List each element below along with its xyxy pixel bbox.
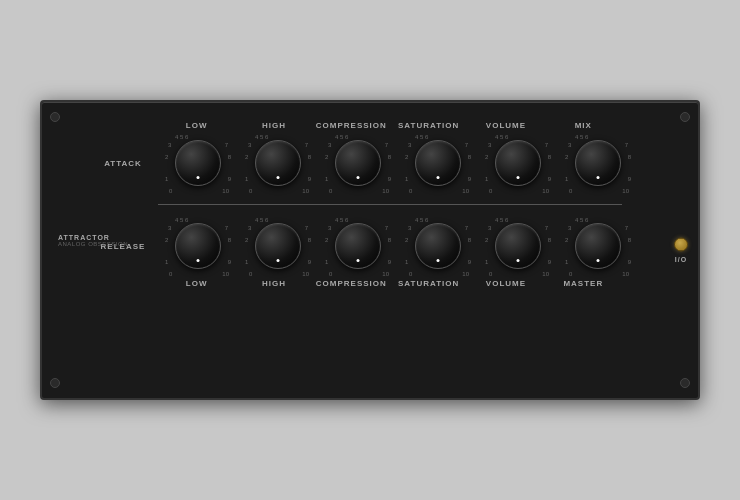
scale-num: 7 bbox=[225, 142, 228, 148]
knob-indicator bbox=[197, 259, 200, 262]
attack-compression-knob[interactable] bbox=[335, 140, 381, 186]
release-section: RELEASE 4 5 6 3 7 2 8 1 9 0 10 bbox=[88, 215, 652, 277]
scale-num: 3 bbox=[568, 142, 571, 148]
scale-num: 2 bbox=[325, 154, 328, 160]
attack-high-knob[interactable] bbox=[255, 140, 301, 186]
attack-low-scale: 4 5 6 3 7 2 8 1 9 0 10 bbox=[167, 132, 229, 194]
attack-mix-knob[interactable] bbox=[575, 140, 621, 186]
bottom-label-compression: COMPRESSION bbox=[313, 279, 390, 288]
scale-num: 7 bbox=[545, 142, 548, 148]
scale-num: 9 bbox=[308, 259, 311, 265]
scale-num: 0 bbox=[569, 188, 572, 194]
scale-num: 4 5 6 bbox=[335, 134, 348, 140]
bottom-label-low: LOW bbox=[158, 279, 235, 288]
scale-num: 1 bbox=[245, 176, 248, 182]
knob-indicator bbox=[597, 176, 600, 179]
scale-num: 1 bbox=[565, 259, 568, 265]
release-master-knob[interactable] bbox=[575, 223, 621, 269]
screw-tl bbox=[50, 112, 60, 122]
knob-indicator bbox=[357, 259, 360, 262]
scale-num: 2 bbox=[165, 237, 168, 243]
io-label: I/O bbox=[675, 256, 687, 263]
scale-num: 8 bbox=[548, 154, 551, 160]
scale-num: 3 bbox=[168, 225, 171, 231]
scale-num: 10 bbox=[542, 271, 549, 277]
scale-num: 9 bbox=[628, 259, 631, 265]
scale-num: 10 bbox=[302, 271, 309, 277]
knob-indicator bbox=[437, 259, 440, 262]
brand-name: ATTRACTOR bbox=[58, 234, 128, 241]
scale-num: 2 bbox=[245, 154, 248, 160]
release-low-knob[interactable] bbox=[175, 223, 221, 269]
scale-num: 3 bbox=[488, 142, 491, 148]
scale-num: 2 bbox=[565, 154, 568, 160]
scale-num: 1 bbox=[485, 176, 488, 182]
scale-num: 1 bbox=[485, 259, 488, 265]
scale-num: 3 bbox=[248, 225, 251, 231]
attack-knobs: 4 5 6 3 7 2 8 1 9 0 10 bbox=[158, 132, 668, 194]
release-low-group: 4 5 6 3 7 2 8 1 9 0 10 bbox=[158, 215, 238, 277]
scale-num: 1 bbox=[325, 176, 328, 182]
top-label-low: LOW bbox=[158, 121, 235, 130]
release-high-group: 4 5 6 3 7 2 8 1 9 0 10 bbox=[238, 215, 318, 277]
knob-indicator bbox=[277, 259, 280, 262]
scale-num: 7 bbox=[305, 225, 308, 231]
scale-num: 4 5 6 bbox=[575, 217, 588, 223]
scale-num: 7 bbox=[385, 142, 388, 148]
release-saturation-knob[interactable] bbox=[415, 223, 461, 269]
screw-br bbox=[680, 378, 690, 388]
attack-volume-knob[interactable] bbox=[495, 140, 541, 186]
scale-num: 2 bbox=[565, 237, 568, 243]
scale-num: 0 bbox=[249, 188, 252, 194]
release-saturation-scale: 4 5 6 3 7 2 8 1 9 0 10 bbox=[407, 215, 469, 277]
attack-low-knob[interactable] bbox=[175, 140, 221, 186]
scale-num: 3 bbox=[568, 225, 571, 231]
scale-num: 4 5 6 bbox=[175, 217, 188, 223]
bottom-label-master: MASTER bbox=[545, 279, 622, 288]
scale-num: 9 bbox=[628, 176, 631, 182]
knob-indicator bbox=[517, 259, 520, 262]
scale-num: 10 bbox=[622, 188, 629, 194]
scale-num: 9 bbox=[548, 176, 551, 182]
scale-num: 10 bbox=[382, 271, 389, 277]
scale-num: 8 bbox=[308, 237, 311, 243]
scale-num: 0 bbox=[409, 188, 412, 194]
main-content: LOW HIGH COMPRESSION SATURATION VOLUME M… bbox=[58, 112, 682, 388]
attack-mix-scale: 4 5 6 3 7 2 8 1 9 0 10 bbox=[567, 132, 629, 194]
top-label-high: HIGH bbox=[235, 121, 312, 130]
scale-num: 8 bbox=[468, 154, 471, 160]
scale-num: 3 bbox=[248, 142, 251, 148]
release-volume-scale: 4 5 6 3 7 2 8 1 9 0 10 bbox=[487, 215, 549, 277]
scale-num: 9 bbox=[228, 259, 231, 265]
scale-num: 10 bbox=[462, 271, 469, 277]
attack-compression-group: 4 5 6 3 7 2 8 1 9 0 10 bbox=[318, 132, 398, 194]
scale-num: 7 bbox=[625, 225, 628, 231]
io-button[interactable]: I/O bbox=[674, 238, 688, 263]
scale-num: 7 bbox=[385, 225, 388, 231]
scale-num: 8 bbox=[548, 237, 551, 243]
scale-num: 10 bbox=[462, 188, 469, 194]
release-compression-knob[interactable] bbox=[335, 223, 381, 269]
scale-num: 2 bbox=[405, 237, 408, 243]
release-knobs: 4 5 6 3 7 2 8 1 9 0 10 bbox=[158, 215, 668, 277]
attack-label: ATTACK bbox=[88, 159, 158, 168]
release-volume-knob[interactable] bbox=[495, 223, 541, 269]
attack-saturation-knob[interactable] bbox=[415, 140, 461, 186]
scale-num: 0 bbox=[489, 188, 492, 194]
scale-num: 4 5 6 bbox=[495, 217, 508, 223]
scale-num: 7 bbox=[225, 225, 228, 231]
release-compression-group: 4 5 6 3 7 2 8 1 9 0 10 bbox=[318, 215, 398, 277]
scale-num: 8 bbox=[228, 237, 231, 243]
release-high-knob[interactable] bbox=[255, 223, 301, 269]
top-label-mix: MIX bbox=[545, 121, 622, 130]
scale-num: 2 bbox=[485, 154, 488, 160]
scale-num: 4 5 6 bbox=[575, 134, 588, 140]
scale-num: 9 bbox=[388, 259, 391, 265]
scale-num: 4 5 6 bbox=[335, 217, 348, 223]
scale-num: 0 bbox=[409, 271, 412, 277]
scale-num: 4 5 6 bbox=[415, 217, 428, 223]
top-label-volume: VOLUME bbox=[467, 121, 544, 130]
scale-num: 3 bbox=[168, 142, 171, 148]
scale-num: 9 bbox=[228, 176, 231, 182]
knob-indicator bbox=[357, 176, 360, 179]
